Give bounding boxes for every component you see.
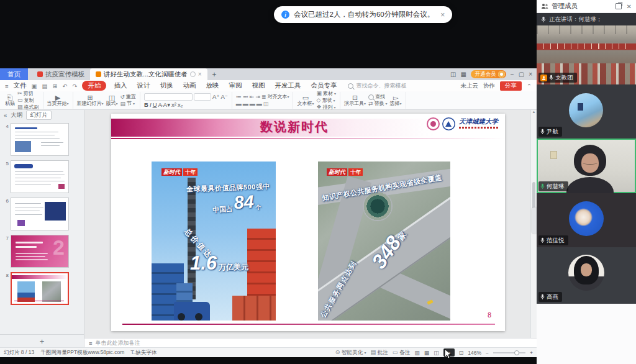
assets-button[interactable]: ▣素材▾ bbox=[317, 91, 337, 96]
panel-collapse-icon[interactable]: « bbox=[4, 112, 7, 119]
tab-close-icon[interactable]: × bbox=[198, 71, 202, 78]
scroll-up-icon[interactable]: ▲ bbox=[532, 110, 536, 114]
share-button[interactable]: 分享 bbox=[500, 81, 522, 91]
outdent-icon[interactable]: ⇤ bbox=[250, 94, 255, 100]
zoom-in-button[interactable]: + bbox=[530, 350, 533, 356]
align-right-icon[interactable]: ▬ bbox=[250, 101, 255, 107]
save-icon[interactable]: ▣ bbox=[32, 83, 37, 89]
toast-close-icon[interactable]: × bbox=[440, 11, 445, 19]
menu-tab-animation[interactable]: 动画 bbox=[180, 81, 198, 91]
numbering-icon[interactable]: ≕ bbox=[243, 94, 248, 100]
undo-icon[interactable]: ↶ bbox=[62, 83, 67, 89]
menu-file[interactable]: 文件 bbox=[14, 81, 27, 90]
section-button[interactable]: ▤节▾ bbox=[120, 101, 137, 107]
maximize-icon[interactable]: ▢ bbox=[519, 71, 524, 78]
slide-thumbnail-7[interactable]: 7 2 bbox=[1, 235, 84, 268]
increase-font-icon[interactable]: A⁺ bbox=[212, 94, 219, 100]
slide-thumbnail-6[interactable]: 6 bbox=[1, 198, 84, 230]
layout-switch-icon[interactable]: ◫ bbox=[450, 71, 456, 78]
line-spacing-icon[interactable]: ≣ bbox=[261, 94, 266, 100]
zoom-level[interactable]: 146% bbox=[468, 350, 481, 356]
fit-screen-icon[interactable]: ⊡ bbox=[459, 350, 464, 356]
cut-button[interactable]: ✂剪切 bbox=[17, 91, 39, 96]
doc-tab-1[interactable]: 抗疫宣传模板 bbox=[32, 68, 90, 80]
zoom-slider[interactable] bbox=[493, 352, 525, 353]
outline-tab[interactable]: 大纲 bbox=[11, 111, 22, 119]
participant-tile-hehuilin-speaking[interactable]: 何慧琳 bbox=[537, 139, 636, 193]
arrange-button[interactable]: ❖排列▾ bbox=[317, 104, 337, 110]
notes-toggle-button[interactable]: ▭ 备注 bbox=[393, 348, 410, 357]
zoom-slider-knob[interactable] bbox=[514, 350, 519, 355]
print-icon[interactable]: ▤ bbox=[42, 83, 48, 89]
slide-thumbnail-8-selected[interactable]: 8 bbox=[1, 272, 84, 305]
font-size-select[interactable] bbox=[194, 93, 211, 101]
comments-button[interactable]: ▤ 批注 bbox=[371, 348, 388, 357]
strikethrough-button[interactable]: A̶ bbox=[158, 102, 162, 108]
present-tools-button[interactable]: ⊡ 演示工具▾ bbox=[344, 94, 366, 107]
find-button[interactable]: 查找 bbox=[368, 94, 388, 100]
reading-view-icon[interactable]: ◫ bbox=[434, 350, 439, 356]
slides-tab[interactable]: 幻灯片 bbox=[26, 111, 52, 120]
bullets-icon[interactable]: ≔ bbox=[236, 94, 242, 100]
reset-button[interactable]: ↺重置 bbox=[120, 94, 137, 100]
menu-tab-transition[interactable]: 切换 bbox=[157, 81, 175, 91]
slide-image-containers[interactable]: 新时代 十年 全球最具价值品牌500强中 中国占 84 个 总价值达 1.6 万 bbox=[152, 162, 276, 321]
slide-thumbnail-4[interactable]: 4 bbox=[1, 123, 84, 156]
play-from-current-button[interactable]: ▶ 当页开始▾ bbox=[47, 94, 69, 107]
superscript-button[interactable]: x² bbox=[171, 102, 176, 108]
menu-tab-devtools[interactable]: 开发工具 bbox=[272, 81, 303, 91]
indent-icon[interactable]: ⇥ bbox=[255, 94, 260, 100]
panel-close-icon[interactable]: ✕ bbox=[627, 3, 632, 10]
missing-font-warning[interactable]: T̶ 缺失字体 bbox=[130, 348, 157, 357]
menu-tab-review[interactable]: 审阅 bbox=[226, 81, 244, 91]
add-slide-button[interactable]: + bbox=[0, 334, 84, 347]
home-tab[interactable]: 首页 bbox=[0, 68, 28, 80]
menu-tab-insert[interactable]: 插入 bbox=[111, 81, 129, 91]
shapes-button[interactable]: ◇形状▾ bbox=[317, 98, 337, 103]
new-slide-button[interactable]: ⊞ 新建幻灯片▾ bbox=[77, 94, 104, 107]
highlight-button[interactable]: A▾ bbox=[163, 102, 170, 108]
hamburger-icon[interactable]: ≡ bbox=[5, 83, 9, 89]
panel-collapse-handle[interactable] bbox=[532, 207, 537, 234]
justify-icon[interactable]: ▬ bbox=[257, 101, 262, 107]
redo-icon[interactable]: ↷ bbox=[72, 83, 77, 89]
new-tab-button[interactable]: + bbox=[207, 68, 222, 80]
format-painter-button[interactable]: ▨格式刷 bbox=[17, 104, 39, 110]
slide-image-interchange[interactable]: 新时代 十年 知识产权公共服务机构实现省级全覆盖 348 家 公共服务网点达到 bbox=[318, 162, 450, 321]
align-text-button[interactable]: 对齐文本▾ bbox=[267, 94, 289, 99]
search-input[interactable]: 查找命令、搜索模板 bbox=[348, 82, 406, 90]
slide-8[interactable]: 数说新时代 天津城建大学 bbox=[111, 114, 505, 331]
member-badge[interactable]: 开通会员 bbox=[471, 70, 506, 78]
sorter-view-icon[interactable]: ▦ bbox=[424, 350, 430, 356]
select-button[interactable]: ▻ 选择▾ bbox=[390, 94, 402, 107]
menu-tab-slideshow[interactable]: 放映 bbox=[203, 81, 221, 91]
layout-button[interactable]: ◫ 版式▾ bbox=[106, 94, 118, 107]
align-center-icon[interactable]: ▬ bbox=[243, 101, 248, 107]
close-icon[interactable]: × bbox=[529, 71, 532, 78]
underline-button[interactable]: U bbox=[153, 102, 157, 108]
menu-tab-member[interactable]: 会员专享 bbox=[308, 81, 339, 91]
notes-bar[interactable]: ≡ 单击此处添加备注 bbox=[84, 338, 537, 347]
doc-tab-2-active[interactable]: 讲好生动支教...文化润疆使者 × bbox=[90, 68, 207, 80]
minimize-icon[interactable]: − bbox=[511, 71, 514, 78]
paste-button[interactable]: ⎗ 粘贴 bbox=[5, 94, 15, 107]
participant-tile-zhijiaotuan[interactable]: 支教团 bbox=[537, 25, 636, 84]
subscript-button[interactable]: x₂ bbox=[178, 102, 183, 108]
slide-thumbnail-5[interactable]: 5 bbox=[1, 160, 84, 193]
zoom-out-button[interactable]: − bbox=[486, 350, 489, 356]
popout-icon[interactable] bbox=[616, 3, 622, 9]
align-left-icon[interactable]: ▬ bbox=[236, 101, 242, 107]
ribbon-collapse-icon[interactable]: ⌃ bbox=[527, 83, 532, 89]
bold-button[interactable]: B bbox=[144, 102, 148, 108]
copy-button[interactable]: ▭复制 bbox=[17, 98, 39, 103]
columns-icon[interactable]: ◫ bbox=[263, 101, 269, 107]
font-name-select[interactable] bbox=[144, 93, 193, 101]
preview-icon[interactable]: ⊞ bbox=[53, 83, 58, 89]
text-box-button[interactable]: ▭ 文本框▾ bbox=[297, 94, 314, 107]
menu-tab-design[interactable]: 设计 bbox=[134, 81, 152, 91]
replace-button[interactable]: ⇄替换▾ bbox=[368, 101, 388, 107]
cloud-sync-status[interactable]: 未上云 bbox=[461, 82, 479, 90]
collab-button[interactable]: 协作 bbox=[483, 82, 495, 90]
participant-tile-fanjiayue[interactable]: 范佳悦 bbox=[537, 193, 636, 247]
normal-view-icon[interactable]: ▥ bbox=[414, 350, 420, 356]
